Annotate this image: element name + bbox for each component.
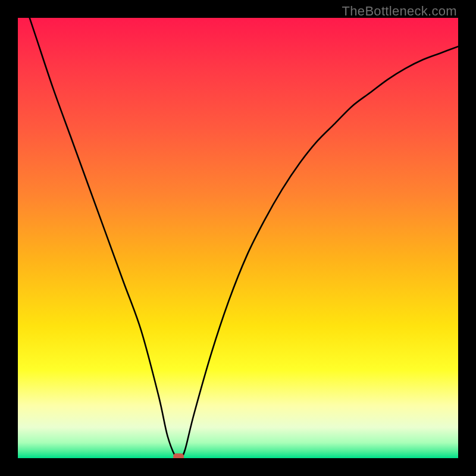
curve-layer — [18, 18, 458, 458]
chart-frame: TheBottleneck.com — [0, 0, 476, 476]
bottleneck-curve — [18, 18, 458, 458]
plot-area — [18, 18, 458, 458]
optimum-marker — [173, 453, 184, 458]
watermark-text: TheBottleneck.com — [342, 4, 457, 19]
